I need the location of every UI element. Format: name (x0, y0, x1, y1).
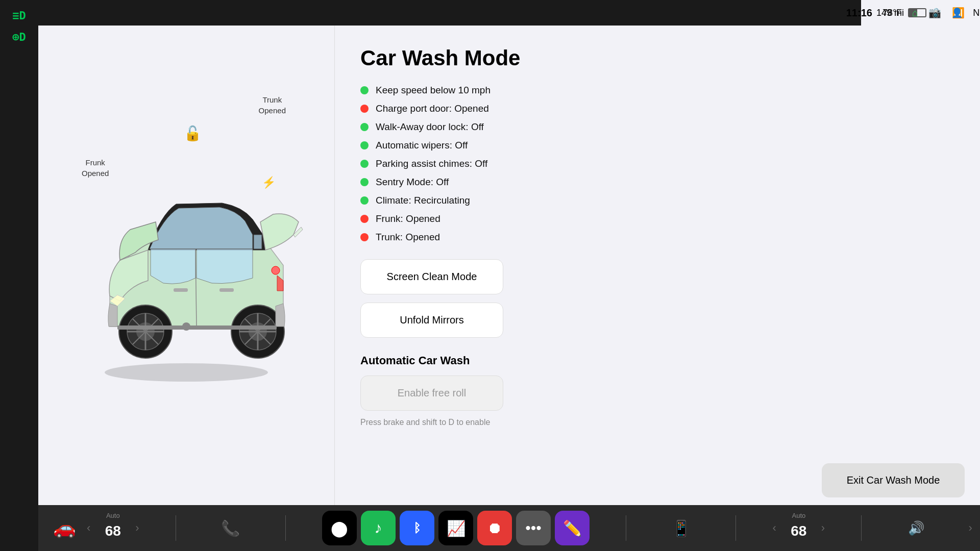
status-item-wipers: Automatic wipers: Off (360, 140, 954, 151)
svg-rect-18 (117, 325, 277, 330)
svg-point-0 (105, 363, 268, 382)
status-label-wipers: Automatic wipers: Off (376, 140, 468, 151)
camera-app-icon: ⬤ (331, 519, 348, 537)
taskbar-divider-5 (861, 515, 862, 541)
taskbar-phone-right[interactable]: 📱 (663, 510, 699, 546)
phone-icon: 📞 (221, 519, 240, 537)
enable-free-roll-button: Enable free roll (360, 375, 503, 411)
status-dot-parking (360, 160, 369, 168)
car-visualization (69, 133, 304, 398)
taskbar-camera-app[interactable]: ⬤ (322, 511, 357, 545)
page-title: Car Wash Mode (360, 46, 954, 70)
status-label-sentry: Sentry Mode: Off (376, 177, 449, 188)
taskbar-bluetooth-app[interactable]: ᛒ (400, 511, 434, 545)
taskbar-car-icon[interactable]: 🚗 (46, 510, 83, 546)
bluetooth-icon: ᛒ (413, 521, 421, 535)
taskbar-left-chevron[interactable]: ‹ (87, 521, 90, 535)
car-icon: 🚗 (53, 517, 76, 539)
exit-car-wash-mode-button[interactable]: Exit Car Wash Mode (822, 463, 965, 497)
svg-rect-2 (174, 288, 188, 292)
home-icon[interactable]: ⌂ (912, 7, 918, 19)
svg-rect-3 (219, 288, 234, 292)
taskbar-volume-chevron[interactable]: › (969, 521, 972, 535)
status-dot-sentry (360, 178, 369, 186)
taskbar-apps: ⬤ ♪ ᛒ 📈 ⏺ ••• ✏️ (322, 511, 590, 545)
taskbar-speed-right: Auto 68 (780, 510, 817, 546)
taskbar-left-chevron-right[interactable]: ‹ (773, 521, 776, 535)
camera-icon[interactable]: 📷 (928, 7, 941, 19)
taskbar-pencil-app[interactable]: ✏️ (555, 511, 590, 545)
taskbar-auto-label-right: Auto (792, 512, 805, 519)
main-area: Trunk Opened Frunk Opened 🔓 ⚡ (38, 26, 980, 505)
status-item-trunk: Trunk: Opened (360, 232, 954, 243)
pencil-icon: ✏️ (563, 519, 582, 537)
status-item-speed: Keep speed below 10 mph (360, 85, 954, 96)
taskbar-spotify-app[interactable]: ♪ (361, 511, 396, 545)
status-dot-wipers (360, 141, 369, 149)
status-item-sentry: Sentry Mode: Off (360, 177, 954, 188)
status-dot-climate (360, 196, 369, 205)
status-dot-charge-port (360, 105, 369, 113)
taskbar-record-app[interactable]: ⏺ (477, 511, 512, 545)
status-bar-center: 11:16 78°F ⌂ 📷 👤 Nuno (846, 7, 980, 19)
status-dot-speed (360, 86, 369, 94)
taskbar-speed-number-left: 68 (103, 523, 123, 539)
temperature-display: 78°F (883, 8, 902, 18)
status-label-parking: Parking assist chimes: Off (376, 158, 487, 169)
record-icon: ⏺ (487, 519, 502, 537)
status-item-charge-port: Charge port door: Opened (360, 103, 954, 114)
taskbar-left-group: 🚗 ‹ Auto 68 › (46, 510, 139, 546)
taskbar-right-group: ‹ Auto 68 › (773, 510, 825, 546)
sidebar-icon-1: ≡D (12, 10, 26, 21)
car-panel: Trunk Opened Frunk Opened 🔓 ⚡ (38, 26, 334, 505)
user-avatar-icon: 👤 (951, 7, 963, 18)
status-dot-frunk (360, 215, 369, 223)
right-panel: Car Wash Mode Keep speed below 10 mph Ch… (334, 26, 980, 505)
status-dot-trunk (360, 233, 369, 241)
status-dot-walk-away (360, 123, 369, 131)
time-display: 11:16 (846, 7, 872, 19)
status-label-climate: Climate: Recirculating (376, 195, 470, 206)
taskbar-volume[interactable]: 🔊 (898, 510, 935, 546)
status-label-speed: Keep speed below 10 mph (376, 85, 491, 96)
status-item-parking: Parking assist chimes: Off (360, 158, 954, 169)
status-item-frunk: Frunk: Opened (360, 213, 954, 224)
taskbar-divider-1 (176, 515, 176, 541)
svg-point-20 (272, 266, 280, 274)
status-item-climate: Climate: Recirculating (360, 195, 954, 206)
status-label-frunk: Frunk: Opened (376, 213, 440, 224)
status-list: Keep speed below 10 mph Charge port door… (360, 85, 954, 243)
taskbar-right-chevron-right[interactable]: › (821, 521, 825, 535)
status-item-walk-away: Walk-Away door lock: Off (360, 121, 954, 133)
status-label-charge-port: Charge port door: Opened (376, 103, 489, 114)
status-bar: 149 mi 🔒 11:16 78°F ⌂ 📷 👤 Nuno 📶 (861, 0, 980, 26)
left-sidebar: ≡D ⊕D (0, 0, 38, 551)
taskbar: 🚗 ‹ Auto 68 › 📞 ⬤ ♪ ᛒ 📈 ⏺ ••• (38, 505, 980, 551)
sidebar-icon-2: ⊕D (12, 32, 26, 43)
taskbar-divider-2 (285, 515, 286, 541)
volume-icon: 🔊 (908, 520, 924, 536)
user-name: Nuno (973, 8, 980, 18)
unfold-mirrors-button[interactable]: Unfold Mirrors (360, 303, 503, 338)
taskbar-phone-item[interactable]: 📞 (212, 510, 249, 546)
more-icon: ••• (525, 519, 542, 537)
svg-point-19 (182, 322, 190, 331)
status-label-trunk: Trunk: Opened (376, 232, 440, 243)
phone-icon-right: 📱 (672, 519, 691, 537)
status-label-walk-away: Walk-Away door lock: Off (376, 121, 484, 133)
taskbar-right-chevron-left[interactable]: › (135, 521, 139, 535)
spotify-icon: ♪ (375, 519, 382, 537)
taskbar-speed-left: Auto 68 (94, 510, 131, 546)
taskbar-more-app[interactable]: ••• (516, 511, 551, 545)
taskbar-auto-label-left: Auto (106, 512, 120, 519)
press-brake-text: Press brake and shift to D to enable (360, 418, 954, 427)
taskbar-divider-4 (736, 515, 736, 541)
screen-clean-mode-button[interactable]: Screen Clean Mode (360, 259, 503, 294)
action-buttons: Screen Clean Mode Unfold Mirrors (360, 259, 954, 338)
automatic-car-wash-title: Automatic Car Wash (360, 354, 954, 367)
taskbar-speed-number-right: 68 (789, 523, 809, 539)
taskbar-divider-3 (626, 515, 626, 541)
trunk-label: Trunk Opened (259, 94, 286, 116)
stocks-icon: 📈 (447, 519, 465, 537)
taskbar-stocks-app[interactable]: 📈 (438, 511, 473, 545)
